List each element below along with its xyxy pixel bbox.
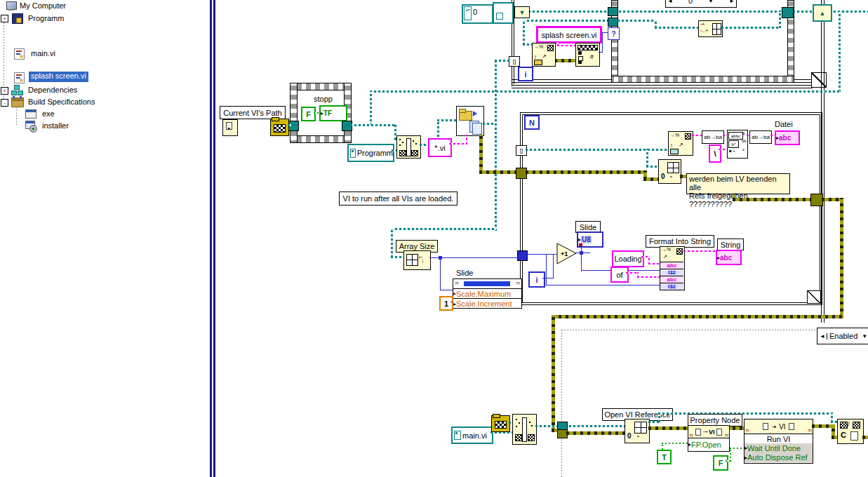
tree-item-programm[interactable]: Programm bbox=[10, 13, 150, 24]
expander-icon[interactable]: + bbox=[1, 87, 8, 95]
expander-icon[interactable]: + bbox=[1, 15, 8, 22]
tunnel[interactable] bbox=[782, 7, 794, 18]
build-array-node[interactable]: ▫+ ▫‥+ bbox=[698, 20, 723, 37]
increment-node[interactable]: +1 bbox=[556, 243, 577, 265]
conditional-tunnel[interactable]: ? bbox=[608, 27, 620, 40]
vi-property-node[interactable]: ⊸ VI ?! ?! ▸ FP.Open bbox=[688, 425, 730, 452]
strip-path-node[interactable] bbox=[491, 415, 510, 432]
node-glyph-checker bbox=[515, 434, 522, 441]
refnum-constant-main-vi[interactable]: main.vi bbox=[451, 426, 493, 444]
array-size-node[interactable]: ⌐ ↓ bbox=[403, 250, 431, 270]
string-indicator-datei[interactable]: ▸ abc bbox=[775, 130, 800, 145]
current-vi-path-constant[interactable]: ▸ bbox=[222, 119, 238, 136]
true-constant[interactable]: T bbox=[657, 450, 672, 464]
tunnel[interactable] bbox=[608, 18, 618, 27]
numeric-constant-one[interactable]: 1 bbox=[439, 296, 453, 311]
subvi-icon[interactable] bbox=[493, 2, 514, 24]
spinner-down-icon[interactable]: ▾ bbox=[468, 8, 470, 12]
selector-left-arrow-icon[interactable]: ◄ bbox=[820, 333, 827, 340]
node-text: ab→ba bbox=[752, 134, 770, 140]
tree-item-label: Programm bbox=[28, 14, 64, 22]
loop-count-terminal[interactable]: N bbox=[524, 115, 540, 130]
wire bbox=[437, 119, 456, 121]
invoke-row-run-vi[interactable]: Run VI bbox=[745, 434, 813, 444]
merge-node[interactable]: ▼ bbox=[514, 6, 530, 18]
invoke-header: ⇥ VI bbox=[745, 419, 813, 434]
reverse-string-node[interactable]: ab→ba bbox=[702, 130, 724, 144]
tunnel[interactable] bbox=[517, 250, 528, 261]
format-row-abc: abc bbox=[660, 276, 683, 283]
wire bbox=[523, 20, 611, 22]
string-constant-vi-pattern[interactable]: *.vi bbox=[428, 138, 452, 157]
wire bbox=[733, 198, 812, 201]
spinner[interactable]: ▴▾ bbox=[464, 6, 472, 20]
string-constant-splash[interactable]: splash screen.vi bbox=[536, 26, 602, 43]
selector-dropdown-icon[interactable]: ▼ bbox=[862, 333, 867, 340]
tree-item-splash-screen-vi[interactable]: ★ splash screen.vi bbox=[13, 72, 167, 83]
or-node[interactable]: ▲ bbox=[813, 4, 832, 22]
param-text: Wait Until Done bbox=[747, 444, 801, 452]
open-vi-reference-node[interactable]: 0 ⌄ bbox=[625, 419, 650, 443]
numeric-constant[interactable]: ▴▾ 0 bbox=[462, 4, 493, 24]
tree-item-exe[interactable]: exe bbox=[24, 108, 129, 120]
property-row-fp-open[interactable]: ▸ FP.Open bbox=[688, 438, 729, 450]
node-glyph: ▫‥+ bbox=[700, 28, 708, 34]
tree-item-build-specifications[interactable]: Build Specifications bbox=[10, 96, 164, 108]
path-format-node[interactable]: →% ! ↗ bbox=[668, 131, 693, 156]
index-tunnel[interactable]: [] bbox=[509, 56, 520, 67]
property-row-scale-maximum[interactable]: ▸ Scale.Maximum bbox=[453, 289, 521, 298]
invoke-row-wait-until-done[interactable]: ▸ Wait Until Done bbox=[745, 443, 813, 453]
iteration-terminal[interactable]: i bbox=[518, 67, 533, 81]
tree-item-installer[interactable]: installer bbox=[24, 120, 129, 132]
selector-dropdown-icon[interactable]: ▼ bbox=[708, 0, 714, 4]
pane-splitter[interactable] bbox=[208, 0, 218, 477]
property-row-scale-increment[interactable]: ▸ Scale.Increment bbox=[453, 298, 521, 309]
close-reference-node[interactable]: / C bbox=[837, 419, 864, 444]
page-glyph bbox=[695, 429, 701, 436]
false-constant[interactable]: F bbox=[713, 455, 728, 471]
tree-item-label: My Computer bbox=[20, 1, 66, 10]
array-picture-node[interactable]: # bbox=[575, 43, 600, 67]
node-glyph-grid bbox=[667, 162, 679, 173]
string-constant-backslash[interactable]: \ bbox=[709, 145, 721, 163]
tree-item-dependencies[interactable]: Dependencies bbox=[10, 84, 150, 96]
list-folder-node[interactable] bbox=[456, 106, 484, 136]
labview-window: My Computer + Programm ★ main.vi ★ bbox=[0, 0, 868, 477]
sequence-selector[interactable]: ◄ 0 ▼ ► bbox=[665, 0, 737, 8]
tree-item-my-computer[interactable]: My Computer bbox=[4, 1, 145, 12]
format-into-string-node[interactable]: →% ↗ abc I32 abc I32 bbox=[660, 246, 685, 290]
build-path-node[interactable] bbox=[396, 135, 421, 159]
build-path-node[interactable] bbox=[512, 414, 537, 445]
reverse-string-node[interactable]: ab→ba bbox=[749, 130, 772, 144]
tree-item-main-vi[interactable]: ★ main.vi bbox=[13, 48, 153, 60]
node-glyph-checker bbox=[411, 150, 418, 156]
refnum-constant-programm[interactable]: Programm bbox=[347, 144, 394, 162]
match-pattern-node[interactable]: abbc b* a bb c ■.+ bbox=[727, 130, 748, 159]
disable-structure-border bbox=[561, 330, 562, 477]
tunnel[interactable] bbox=[608, 7, 618, 16]
index-array-node[interactable]: 0 ⌄ bbox=[658, 159, 681, 184]
constant-text: main.vi bbox=[462, 431, 487, 440]
string-constant-of[interactable]: of bbox=[610, 267, 629, 283]
folder-face bbox=[274, 124, 286, 133]
selector-right-arrow-icon[interactable]: ► bbox=[729, 0, 735, 4]
path-format-node[interactable]: →% ! ↗ bbox=[532, 43, 556, 67]
false-constant[interactable]: F bbox=[301, 107, 316, 121]
invoke-row-auto-dispose[interactable]: ▸ Auto Dispose Ref bbox=[745, 452, 813, 462]
iteration-terminal[interactable]: i bbox=[528, 271, 545, 288]
expander-icon[interactable]: - bbox=[1, 99, 8, 107]
string-constant-loading[interactable]: Loading bbox=[612, 250, 644, 267]
numeric-value[interactable]: 0 bbox=[473, 8, 477, 16]
invoke-node-run-vi[interactable]: ⇥ VI ?! ?! Run VI ▸ Wait Until Done ▸ Au… bbox=[744, 419, 813, 464]
label-line1: werden beim LV beenden alle bbox=[689, 175, 787, 192]
wire bbox=[646, 149, 648, 167]
slide-property-node[interactable]: ?! ?! ▸ Scale.Maximum ▸ Scale.Increment bbox=[453, 278, 522, 309]
boolean-indicator-stopp[interactable]: ▸ TF bbox=[319, 105, 347, 121]
node-glyph-strip bbox=[577, 45, 598, 51]
strip-path-node[interactable] bbox=[270, 119, 289, 136]
string-indicator[interactable]: ▸ abc bbox=[716, 250, 742, 265]
selector-left-arrow-icon[interactable]: ◄ bbox=[667, 0, 673, 4]
vi-glyph: VI bbox=[779, 423, 785, 431]
pointer-glyph: ⌄ bbox=[636, 432, 641, 438]
disable-structure-selector[interactable]: ◄ Enabled ▼ bbox=[817, 328, 868, 344]
